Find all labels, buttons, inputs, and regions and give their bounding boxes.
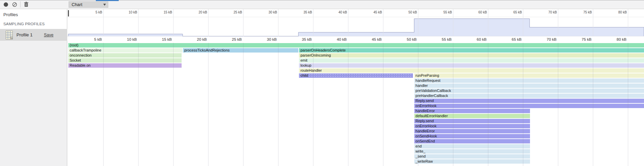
flame-bar[interactable]: callbackTrampoline [68, 48, 182, 53]
ruler-tick-label: 50 kB [395, 37, 417, 42]
selection-left-handle[interactable] [68, 10, 69, 16]
profile-view-select-value: Chart [72, 2, 103, 7]
flame-bar[interactable]: emit [299, 58, 644, 63]
flame-bar[interactable]: handleRequest [414, 78, 644, 83]
ruler-tick-label: 45 kB [362, 10, 382, 15]
ruler-tick-label: 30 kB [255, 37, 277, 42]
flame-bar[interactable]: Reply.send [414, 119, 530, 123]
flame-bar[interactable]: handleError [414, 129, 530, 133]
gridline [278, 43, 278, 166]
flame-bar[interactable]: _send [414, 154, 530, 159]
profiles-sidebar: Profiles SAMPLING PROFILES % Profile 1 S… [0, 9, 67, 166]
flame-bar[interactable]: handler [414, 84, 644, 88]
ruler-tick-label: 55 kB [432, 10, 452, 15]
flame-bar[interactable]: (root) [68, 43, 644, 47]
ruler-tick-label: 10 kB [117, 10, 137, 15]
record-icon [4, 2, 8, 7]
chevron-down-icon [103, 4, 106, 6]
flame-bar[interactable]: handleError [414, 109, 530, 113]
flame-chart-pane: 5 kB10 kB15 kB20 kB25 kB30 kB35 kB40 kB4… [67, 9, 644, 166]
gridline [208, 43, 209, 166]
ruler-tick-label: 45 kB [360, 37, 382, 42]
profile-table-icon: % [6, 31, 13, 39]
active-tab-underline [96, 0, 119, 1]
flame-bar[interactable]: onErrorHook [414, 124, 530, 128]
ruler-tick-label: 5 kB [82, 10, 102, 15]
profiler-toolbar: Chart [0, 0, 644, 9]
flame-bar[interactable]: lookup [299, 63, 644, 68]
flame-bar[interactable]: onErrorHook [414, 104, 644, 108]
flame-bar[interactable]: _writeRaw [414, 159, 530, 164]
flame-bar[interactable]: parserOnIncoming [299, 53, 644, 58]
ruler-tick-label: 35 kB [292, 10, 312, 15]
delete-profile-button[interactable] [22, 0, 31, 8]
ruler-tick-label: 15 kB [150, 37, 172, 42]
flame-bar[interactable]: Reply.send [414, 99, 644, 103]
flame-bar[interactable]: preValidationCallback [414, 89, 644, 93]
ruler-tick-label: 20 kB [187, 10, 207, 15]
record-button[interactable] [1, 0, 10, 8]
ruler-tick-label: 10 kB [115, 37, 137, 42]
gridline [348, 9, 348, 36]
ruler-tick-label: 60 kB [467, 10, 487, 15]
clear-button[interactable] [10, 0, 19, 8]
save-profile-link[interactable]: Save [44, 33, 54, 37]
flame-bar[interactable]: child [299, 73, 413, 78]
gridline [313, 9, 313, 36]
profile-view-select[interactable]: Chart [69, 1, 108, 8]
ruler-tick-label: 25 kB [220, 37, 242, 42]
flame-bar[interactable]: runPreParsing [414, 73, 644, 78]
sidebar-empty-area [0, 41, 67, 166]
flame-bar[interactable]: processTicksAndRejections [183, 48, 298, 53]
gridline [523, 9, 523, 36]
toolbar-separator [20, 1, 21, 7]
gridline [208, 9, 209, 36]
ruler-tick-label: 80 kB [607, 10, 627, 15]
ruler-tick-label: 70 kB [537, 10, 557, 15]
ruler-tick-label: 40 kB [327, 10, 347, 15]
flame-bar[interactable]: onSendHook [414, 134, 530, 138]
gridline [383, 9, 383, 36]
ruler-tick-label: 30 kB [257, 10, 277, 15]
ruler-tick-label: 80 kB [605, 37, 627, 42]
ruler-tick-label: 60 kB [465, 37, 487, 42]
ruler-tick-label: 65 kB [500, 37, 522, 42]
gridline [488, 9, 488, 36]
ruler-tick-label: 5 kB [80, 37, 102, 42]
flame-bar[interactable]: Readable.on [68, 63, 182, 68]
ruler-tick-label: 15 kB [152, 10, 172, 15]
flame-bar[interactable]: write_ [414, 149, 530, 154]
flame-chart: (root)callbackTrampolineprocessTicksAndR… [67, 43, 644, 166]
ruler-tick-label: 65 kB [502, 10, 522, 15]
sidebar-item-profile-1[interactable]: % Profile 1 Save [0, 29, 67, 41]
flame-bar[interactable]: preHandlerCallback [414, 94, 644, 98]
ruler-tick-label: 25 kB [222, 10, 242, 15]
svg-text:%: % [10, 37, 12, 39]
clear-icon [12, 2, 17, 7]
profile-name: Profile 1 [16, 32, 44, 37]
trash-icon [24, 2, 29, 7]
allocation-overview[interactable]: 5 kB10 kB15 kB20 kB25 kB30 kB35 kB40 kB4… [67, 9, 644, 36]
gridline [138, 9, 139, 36]
ruler-tick-label: 55 kB [430, 37, 452, 42]
gridline [558, 9, 558, 36]
gridline [278, 9, 278, 36]
gridline [593, 9, 593, 36]
gridline [103, 9, 104, 36]
flame-bar[interactable]: end [414, 144, 530, 148]
gridline [453, 9, 453, 36]
sidebar-title: Profiles [3, 12, 18, 17]
ruler-tick-label: 75 kB [570, 37, 592, 42]
gridline [173, 9, 174, 36]
flame-bar[interactable]: routeHandler [299, 68, 644, 73]
ruler-tick-label: 75 kB [572, 10, 592, 15]
flame-bar[interactable]: Socket [68, 58, 182, 63]
flame-bar[interactable]: onSendEnd [414, 139, 530, 143]
flame-bar[interactable]: onconnection [68, 53, 182, 58]
flame-bar[interactable]: parserOnHeadersComplete [299, 48, 644, 53]
flame-bar[interactable]: defaultErrorHandler [414, 114, 530, 118]
gridline [243, 9, 243, 36]
ruler-tick-label: 20 kB [185, 37, 207, 42]
ruler-tick-label: 50 kB [397, 10, 417, 15]
ruler-tick-label: 40 kB [325, 37, 347, 42]
